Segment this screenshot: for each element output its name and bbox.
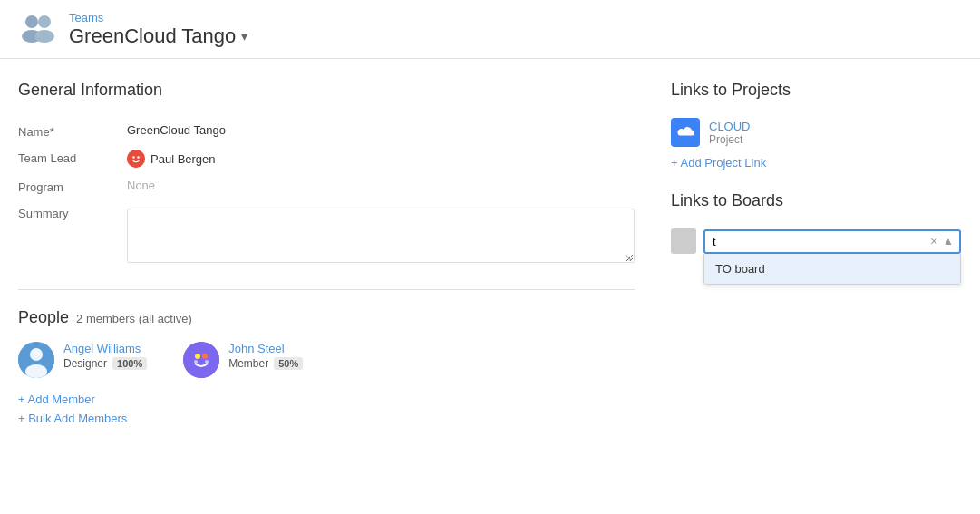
svg-point-13 <box>194 360 198 364</box>
project-type: Project <box>709 133 751 146</box>
member-avatar-angel <box>18 342 54 378</box>
project-name[interactable]: CLOUD <box>709 120 751 133</box>
team-lead-label: Team Lead <box>18 150 127 165</box>
member-avatar-john <box>183 342 219 378</box>
board-search-clear-icon[interactable]: × <box>928 234 939 248</box>
name-label: Name* <box>18 123 127 139</box>
team-lead-name: Paul Bergen <box>150 152 216 166</box>
people-action-links: + Add Member + Bulk Add Members <box>18 393 635 425</box>
member-badge-angel: 100% <box>112 357 147 370</box>
people-section: People 2 members (all active) Angel Will… <box>18 308 635 425</box>
member-info-angel: Angel Williams Designer 100% <box>63 342 147 370</box>
svg-point-3 <box>34 30 54 43</box>
member-name-angel[interactable]: Angel Williams <box>63 342 147 355</box>
members-grid: Angel Williams Designer 100% <box>18 342 635 378</box>
svg-point-2 <box>38 15 51 28</box>
svg-point-6 <box>137 156 139 158</box>
board-search-dropdown: TO board <box>703 254 961 285</box>
title-dropdown-arrow[interactable]: ▾ <box>241 29 247 44</box>
svg-point-11 <box>195 354 200 359</box>
board-dropdown-item-to-board[interactable]: TO board <box>704 254 960 284</box>
member-role-row-angel: Designer 100% <box>63 357 147 370</box>
svg-point-5 <box>132 156 134 158</box>
project-icon-cloud <box>671 118 700 147</box>
member-name-john[interactable]: John Steel <box>228 342 303 355</box>
name-row: Name* GreenCloud Tango <box>18 118 635 144</box>
summary-row: Summary ⤡ <box>18 199 635 271</box>
teams-breadcrumb-link[interactable]: Teams <box>69 11 247 24</box>
svg-point-14 <box>205 360 209 364</box>
info-table: Name* GreenCloud Tango Team Lead <box>18 118 635 271</box>
member-role-angel: Designer <box>63 357 107 370</box>
team-lead-with-avatar: Paul Bergen <box>127 150 635 168</box>
program-row: Program None <box>18 173 635 199</box>
svg-point-4 <box>127 150 145 168</box>
team-lead-row: Team Lead <box>18 144 635 173</box>
add-member-link[interactable]: + Add Member <box>18 393 635 406</box>
people-header: People 2 members (all active) <box>18 308 635 327</box>
people-title: People <box>18 308 69 327</box>
main-content: General Information Name* GreenCloud Tan… <box>0 59 980 447</box>
board-search-controls: × ▲ <box>928 234 959 248</box>
summary-value-container: ⤡ <box>127 205 635 266</box>
member-info-john: John Steel Member 50% <box>228 342 303 370</box>
svg-point-10 <box>183 342 219 378</box>
page-title: GreenCloud Tango ▾ <box>69 24 247 48</box>
board-search-toggle-icon[interactable]: ▲ <box>941 235 956 247</box>
app-header: Teams GreenCloud Tango ▾ <box>0 0 980 59</box>
member-card-angel: Angel Williams Designer 100% <box>18 342 147 378</box>
bulk-add-members-link[interactable]: + Bulk Add Members <box>18 412 635 425</box>
svg-point-12 <box>202 354 208 359</box>
team-lead-avatar <box>127 150 145 168</box>
header-text-block: Teams GreenCloud Tango ▾ <box>69 11 247 48</box>
board-search-input[interactable] <box>705 231 928 252</box>
right-panel: Links to Projects CLOUD Project + Add Pr… <box>671 81 961 425</box>
member-role-john: Member <box>228 357 268 370</box>
resize-handle: ⤡ <box>624 251 633 264</box>
member-role-row-john: Member 50% <box>228 357 303 370</box>
board-search-input-wrapper: × ▲ <box>703 229 961 254</box>
member-badge-john: 50% <box>274 357 303 370</box>
board-search-container: × ▲ TO board <box>671 228 961 254</box>
links-to-projects-title: Links to Projects <box>671 81 961 100</box>
name-value: GreenCloud Tango <box>127 123 635 137</box>
links-to-projects-section: Links to Projects CLOUD Project + Add Pr… <box>671 81 961 170</box>
page-title-text: GreenCloud Tango <box>69 24 236 48</box>
project-info-cloud: CLOUD Project <box>709 120 751 146</box>
links-to-boards-section: Links to Boards × ▲ TO board <box>671 191 961 254</box>
summary-textarea[interactable] <box>127 209 635 263</box>
team-lead-value: Paul Bergen <box>127 150 635 168</box>
board-color-swatch <box>671 228 696 254</box>
teams-icon <box>18 9 58 49</box>
board-search-row: × ▲ <box>671 228 961 254</box>
people-count: 2 members (all active) <box>76 312 192 325</box>
add-project-link[interactable]: + Add Project Link <box>671 156 961 170</box>
section-divider <box>18 289 635 290</box>
links-to-boards-title: Links to Boards <box>671 191 961 210</box>
svg-point-0 <box>25 15 38 28</box>
general-info-section: General Information Name* GreenCloud Tan… <box>18 81 635 271</box>
project-item-cloud: CLOUD Project <box>671 118 961 147</box>
summary-area: ⤡ <box>127 209 635 266</box>
program-value: None <box>127 179 635 192</box>
summary-label: Summary <box>18 205 127 220</box>
svg-point-8 <box>30 348 43 361</box>
member-card-john: John Steel Member 50% <box>183 342 303 378</box>
program-label: Program <box>18 179 127 194</box>
general-info-title: General Information <box>18 81 635 100</box>
left-panel: General Information Name* GreenCloud Tan… <box>18 81 635 425</box>
